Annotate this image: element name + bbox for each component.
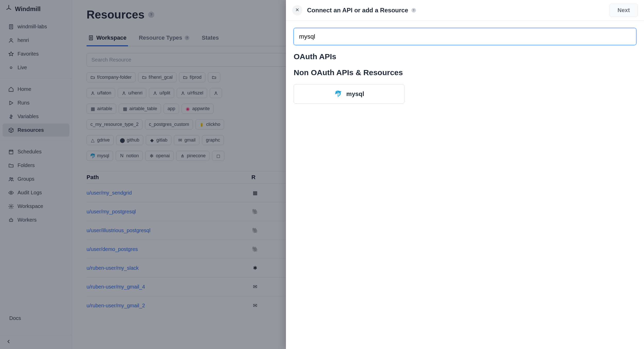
drawer-search-input[interactable] xyxy=(294,28,636,45)
drawer-add-resource: Connect an API or add a Resource ? Next … xyxy=(286,0,644,349)
info-icon[interactable]: ? xyxy=(411,8,416,13)
resource-result-mysql[interactable]: 🐬 mysql xyxy=(294,84,404,104)
section-oauth-title: OAuth APIs xyxy=(294,52,636,61)
drawer-header: Connect an API or add a Resource ? Next xyxy=(286,0,644,21)
section-non-oauth-title: Non OAuth APIs & Resources xyxy=(294,68,636,77)
drawer-body: OAuth APIs Non OAuth APIs & Resources 🐬 … xyxy=(286,21,644,111)
next-button[interactable]: Next xyxy=(609,4,638,17)
close-button[interactable] xyxy=(292,5,302,15)
drawer-title-text: Connect an API or add a Resource xyxy=(307,7,408,14)
drawer-title: Connect an API or add a Resource ? xyxy=(307,7,416,14)
mysql-icon: 🐬 xyxy=(334,90,343,98)
close-icon xyxy=(295,7,300,13)
result-label: mysql xyxy=(346,90,364,98)
